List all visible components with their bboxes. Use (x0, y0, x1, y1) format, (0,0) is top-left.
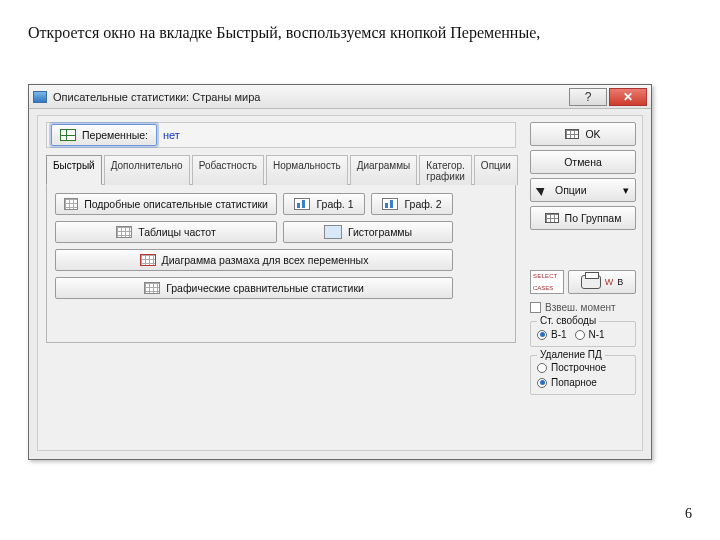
print-button[interactable]: W В (568, 270, 636, 294)
bygroup-label: По Группам (565, 212, 622, 224)
ok-label: OK (585, 128, 600, 140)
tab-diagrams[interactable]: Диаграммы (350, 155, 418, 185)
df-group: Ст. свободы В-1 N-1 (530, 321, 636, 347)
tab-options[interactable]: Опции (474, 155, 518, 185)
variables-button[interactable]: Переменные: (51, 124, 157, 146)
freq-tables-button[interactable]: Таблицы частот (55, 221, 277, 243)
md-pairwise-radio[interactable]: Попарное (537, 377, 629, 388)
histograms-button[interactable]: Гистограммы (283, 221, 453, 243)
tab-quick[interactable]: Быстрый (46, 155, 102, 185)
tabstrip: Быстрый Дополнительно Робастность Нормал… (46, 154, 516, 185)
dialog-body: Переменные: нет Быстрый Дополнительно Ро… (37, 115, 643, 451)
quick-panel: Подробные описательные статистики Граф. … (46, 185, 516, 343)
graph1-label: Граф. 1 (316, 198, 353, 210)
titlebar: Описательные статистики: Страны мира ? ✕ (29, 85, 651, 109)
md-legend: Удаление ПД (537, 349, 605, 360)
graph1-button[interactable]: Граф. 1 (283, 193, 365, 215)
checkbox-icon (530, 302, 541, 313)
radio-icon (537, 330, 547, 340)
variables-value: нет (163, 129, 180, 141)
dropdown-icon: ▾ (623, 184, 629, 196)
df-legend: Ст. свободы (537, 315, 599, 326)
badge-b: В (617, 277, 623, 287)
grid-icon (116, 226, 132, 238)
grid-icon (545, 213, 559, 223)
df-n1-radio[interactable]: N-1 (575, 329, 605, 340)
variables-group: Переменные: нет (46, 122, 516, 148)
tab-robust[interactable]: Робастность (192, 155, 264, 185)
spreadsheet-icon (60, 129, 76, 141)
cancel-label: Отмена (564, 156, 602, 168)
freq-tables-label: Таблицы частот (138, 226, 215, 238)
tab-advanced[interactable]: Дополнительно (104, 155, 190, 185)
radio-icon (537, 378, 547, 388)
printer-icon (581, 275, 601, 289)
weighted-label: Взвеш. момент (545, 302, 616, 313)
cursor-icon (537, 184, 549, 196)
options-button[interactable]: Опции ▾ (530, 178, 636, 202)
dialog-window: Описательные статистики: Страны мира ? ✕… (28, 84, 652, 460)
graph2-button[interactable]: Граф. 2 (371, 193, 453, 215)
histograms-label: Гистограммы (348, 226, 412, 238)
weighted-checkbox[interactable]: Взвеш. момент (530, 302, 636, 313)
compare-stats-label: Графические сравнительные статистики (166, 282, 364, 294)
md-casewise-label: Построчное (551, 362, 606, 373)
page-number: 6 (685, 506, 692, 522)
options-label: Опции (555, 184, 587, 196)
close-button[interactable]: ✕ (609, 88, 647, 106)
df-b1-label: В-1 (551, 329, 567, 340)
df-n1-label: N-1 (589, 329, 605, 340)
boxplot-label: Диаграмма размаха для всех переменных (162, 254, 369, 266)
md-group: Удаление ПД Построчное Попарное (530, 355, 636, 395)
grid-icon (144, 282, 160, 294)
badge-w: W (605, 277, 614, 287)
select-print-row: W В (530, 270, 636, 294)
bar-chart-icon (382, 198, 398, 210)
bar-chart-icon (294, 198, 310, 210)
tab-categ-graphics[interactable]: Категор. графики (419, 155, 472, 185)
window-title: Описательные статистики: Страны мира (53, 91, 260, 103)
grid-icon (140, 254, 156, 266)
ok-button[interactable]: OK (530, 122, 636, 146)
bygroup-button[interactable]: По Группам (530, 206, 636, 230)
detailed-stats-label: Подробные описательные статистики (84, 198, 268, 210)
app-icon (33, 91, 47, 103)
select-cases-button[interactable] (530, 270, 564, 294)
detailed-stats-button[interactable]: Подробные описательные статистики (55, 193, 277, 215)
cancel-button[interactable]: Отмена (530, 150, 636, 174)
md-pairwise-label: Попарное (551, 377, 597, 388)
radio-icon (537, 363, 547, 373)
variables-button-label: Переменные: (82, 129, 148, 141)
grid-icon (64, 198, 78, 210)
caption-text: Откроется окно на вкладке Быстрый, воспо… (28, 24, 692, 42)
right-panel: OK Отмена Опции ▾ По Группам W (530, 122, 636, 395)
md-casewise-radio[interactable]: Построчное (537, 362, 629, 373)
help-button[interactable]: ? (569, 88, 607, 106)
tab-normality[interactable]: Нормальность (266, 155, 348, 185)
histogram-icon (324, 225, 342, 239)
boxplot-button[interactable]: Диаграмма размаха для всех переменных (55, 249, 453, 271)
df-b1-radio[interactable]: В-1 (537, 329, 567, 340)
graph2-label: Граф. 2 (404, 198, 441, 210)
grid-icon (565, 129, 579, 139)
compare-stats-button[interactable]: Графические сравнительные статистики (55, 277, 453, 299)
left-panel: Переменные: нет Быстрый Дополнительно Ро… (46, 122, 516, 343)
radio-icon (575, 330, 585, 340)
